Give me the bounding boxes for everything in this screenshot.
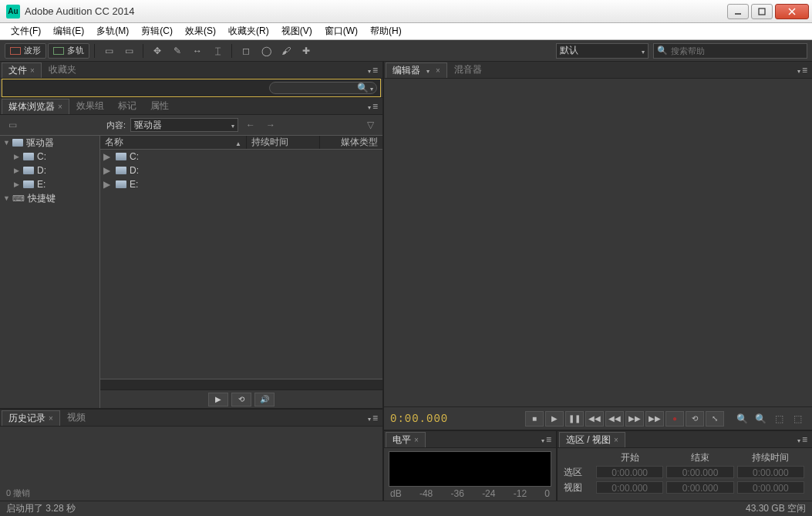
list-item[interactable]: ▶C: (100, 150, 382, 164)
menu-multitrack[interactable]: 多轨(M) (90, 23, 135, 39)
list-item[interactable]: ▶D: (100, 164, 382, 177)
files-filter-input[interactable]: 🔍 (269, 82, 377, 94)
tool-razor[interactable]: ✎ (168, 43, 187, 59)
tool-lasso[interactable]: ◯ (257, 43, 275, 59)
view-start-field[interactable]: 0:00.000 (596, 481, 663, 494)
tool-heal[interactable]: ✚ (297, 43, 315, 59)
next-button[interactable]: ▶▶ (645, 411, 664, 427)
workspace-select[interactable]: 默认 (556, 43, 649, 59)
panel-menu-button[interactable]: ≡ (793, 434, 812, 445)
help-search-input[interactable] (671, 46, 804, 56)
loop-preview-button[interactable]: ⟲ (231, 393, 251, 406)
window-titlebar: Au Adobe Audition CC 2014 (0, 0, 812, 23)
close-icon[interactable]: × (436, 66, 440, 75)
tool-slip[interactable]: ↔ (188, 43, 207, 59)
view-waveform-button[interactable]: 波形 (5, 43, 46, 59)
panel-menu-button[interactable]: ≡ (363, 101, 382, 112)
close-icon[interactable]: × (58, 103, 62, 111)
tool-time-select[interactable]: ⌶ (208, 43, 227, 59)
rewind-button[interactable]: ◀◀ (605, 411, 624, 427)
content-select[interactable]: 驱动器 (130, 118, 238, 132)
selection-start-field[interactable]: 0:00.000 (596, 466, 663, 478)
panel-menu-button[interactable]: ≡ (363, 413, 382, 423)
menu-view[interactable]: 视图(V) (275, 23, 318, 39)
back-button[interactable]: ← (243, 118, 258, 132)
tool-spectral-pitch[interactable]: ▭ (120, 43, 138, 59)
pause-button[interactable]: ❚❚ (565, 411, 584, 427)
view-end-field[interactable]: 0:00.000 (666, 481, 733, 494)
tree-drives-root[interactable]: ▼驱动器 (0, 136, 99, 150)
close-icon[interactable]: × (614, 436, 618, 444)
zoom-in-button[interactable]: 🔍 (733, 411, 750, 427)
horizontal-scrollbar[interactable] (100, 379, 382, 390)
filter-button[interactable]: ▽ (362, 118, 378, 132)
drive-icon (23, 180, 34, 188)
prev-button[interactable]: ◀◀ (585, 411, 604, 427)
menu-file[interactable]: 文件(F) (5, 23, 47, 39)
chevron-down-icon (231, 120, 234, 130)
shortcuts-icon[interactable]: ▭ (5, 118, 20, 132)
menu-clip[interactable]: 剪辑(C) (135, 23, 179, 39)
chevron-down-icon (797, 434, 800, 445)
tab-media-browser[interactable]: 媒体浏览器× (2, 99, 69, 114)
tab-markers[interactable]: 标记 (111, 99, 143, 114)
tool-marquee[interactable]: ◻ (237, 43, 255, 59)
tab-favorites[interactable]: 收藏夹 (42, 62, 83, 78)
panel-menu-button[interactable]: ≡ (363, 65, 382, 76)
col-duration[interactable]: 持续时间 (247, 136, 320, 149)
maximize-button[interactable] (751, 4, 773, 19)
panel-menu-button[interactable]: ≡ (537, 434, 556, 445)
selection-duration-field[interactable]: 0:00.000 (737, 466, 804, 478)
zoom-fit-button[interactable]: ⬚ (770, 411, 787, 427)
record-button[interactable]: ● (665, 411, 684, 427)
tab-video[interactable]: 视频 (60, 410, 93, 426)
undo-count-label: 0 撤销 (0, 485, 382, 501)
tab-levels[interactable]: 电平× (386, 432, 426, 447)
close-icon[interactable]: × (30, 66, 35, 75)
chevron-down-icon (368, 101, 371, 112)
panel-menu-button[interactable]: ≡ (793, 65, 812, 76)
tool-spectral-freq[interactable]: ▭ (99, 43, 118, 59)
tree-drive-c[interactable]: ▶C: (0, 150, 99, 164)
zoom-out-button[interactable]: 🔍 (752, 411, 769, 427)
tab-effects-rack[interactable]: 效果组 (69, 99, 111, 114)
autoplay-button[interactable]: 🔊 (254, 393, 275, 406)
tool-move[interactable]: ✥ (148, 43, 167, 59)
selection-end-field[interactable]: 0:00.000 (666, 466, 733, 478)
stop-button[interactable]: ■ (525, 411, 544, 427)
tree-drive-d[interactable]: ▶D: (0, 164, 99, 177)
col-mediatype[interactable]: 媒体类型 (320, 136, 382, 149)
tool-brush[interactable]: 🖌 (277, 43, 295, 59)
help-search[interactable]: 🔍 (653, 43, 807, 59)
tree-shortcuts[interactable]: ▼快捷键 (0, 191, 99, 205)
tab-properties[interactable]: 属性 (143, 99, 176, 114)
close-icon[interactable]: × (414, 436, 419, 444)
menu-help[interactable]: 帮助(H) (364, 23, 408, 39)
tree-drive-e[interactable]: ▶E: (0, 177, 99, 191)
tab-editor[interactable]: 编辑器× (386, 62, 447, 78)
tab-history[interactable]: 历史记录× (2, 410, 60, 426)
play-preview-button[interactable]: ▶ (208, 393, 228, 406)
menu-favorites[interactable]: 收藏夹(R) (222, 23, 275, 39)
close-icon[interactable]: × (49, 414, 53, 423)
list-item[interactable]: ▶E: (100, 177, 382, 191)
view-duration-field[interactable]: 0:00.000 (737, 481, 804, 494)
zoom-select-button[interactable]: ⬚ (789, 411, 806, 427)
minimize-button[interactable] (727, 4, 749, 19)
play-button[interactable]: ▶ (545, 411, 564, 427)
menu-window[interactable]: 窗口(W) (318, 23, 364, 39)
svg-rect-1 (759, 8, 765, 15)
loop-button[interactable]: ⟲ (686, 411, 704, 427)
tab-files[interactable]: 文件× (2, 62, 42, 78)
skip-selection-button[interactable]: ⤡ (706, 411, 724, 427)
view-multitrack-button[interactable]: 多轨 (48, 43, 89, 59)
forward-button[interactable]: → (263, 118, 278, 132)
menu-edit[interactable]: 编辑(E) (47, 23, 90, 39)
tab-selection-view[interactable]: 选区 / 视图× (559, 432, 625, 447)
fastfwd-button[interactable]: ▶▶ (625, 411, 644, 427)
close-button[interactable] (775, 4, 809, 19)
menu-effects[interactable]: 效果(S) (179, 23, 222, 39)
col-name[interactable]: 名称 (100, 136, 247, 149)
level-meter (389, 451, 551, 487)
tab-mixer[interactable]: 混音器 (447, 62, 489, 78)
